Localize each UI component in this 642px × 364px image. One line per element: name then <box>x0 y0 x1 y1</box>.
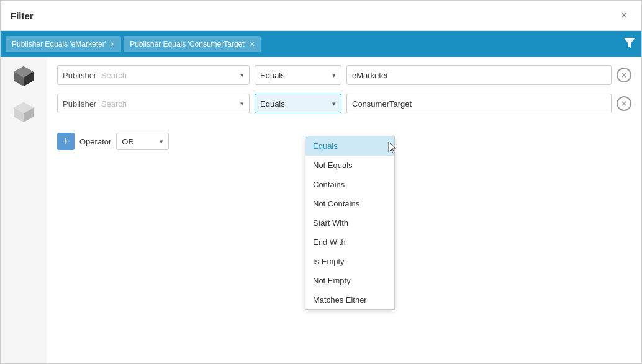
operator-select-0[interactable]: Equals ▾ <box>255 65 341 85</box>
operator-arrow-0: ▾ <box>332 71 336 79</box>
cube-light-svg <box>12 101 35 123</box>
operator-select-1[interactable]: Equals ▾ <box>255 94 341 113</box>
cube-icon-1 <box>11 63 37 89</box>
tab-1[interactable]: Publisher Equals 'ConsumerTarget' × <box>124 36 261 52</box>
filter-area: Publisher Search ▾ Equals ▾ × Publisher <box>47 57 641 363</box>
dropdown-item-0[interactable]: Equals <box>305 136 394 156</box>
dropdown-item-3[interactable]: Not Contains <box>305 194 394 213</box>
dialog-title: Filter <box>11 11 34 21</box>
dropdown-item-2[interactable]: Contains <box>305 175 394 194</box>
dropdown-item-1[interactable]: Not Equals <box>305 156 394 175</box>
publisher-placeholder-1: Search <box>101 99 127 109</box>
tab-0-close[interactable]: × <box>110 40 115 48</box>
tab-0-label: Publisher Equals 'eMarketer' <box>12 40 106 48</box>
operator-value-1: Equals <box>260 99 285 109</box>
publisher-label-1: Publisher <box>63 99 96 109</box>
add-filter-button[interactable]: + <box>57 133 75 150</box>
clear-button-1[interactable]: × <box>617 96 631 111</box>
value-input-0[interactable] <box>346 65 612 85</box>
filter-row-1: Publisher Search ▾ Equals ▾ × <box>57 92 631 115</box>
tab-1-close[interactable]: × <box>250 40 255 48</box>
cube-icon-2 <box>11 99 37 125</box>
operator-dropdown-menu: Equals Not Equals Contains Not Contains … <box>305 136 395 310</box>
dialog-close-button[interactable]: × <box>617 8 631 23</box>
publisher-select-1[interactable]: Publisher Search ▾ <box>57 94 250 113</box>
dropdown-item-7[interactable]: Not Empty <box>305 271 394 290</box>
publisher-label-0: Publisher <box>63 71 96 80</box>
svg-marker-0 <box>624 38 635 48</box>
filter-row-0: Publisher Search ▾ Equals ▾ × <box>57 63 631 87</box>
publisher-placeholder-0: Search <box>101 71 127 80</box>
cube-dark-svg <box>12 65 35 87</box>
publisher-arrow-0: ▾ <box>240 71 244 79</box>
dropdown-item-8[interactable]: Matches Either <box>305 290 394 309</box>
dropdown-item-5[interactable]: End With <box>305 233 394 252</box>
funnel-icon <box>623 36 636 52</box>
funnel-svg <box>623 36 636 50</box>
operator-type-value: OR <box>122 137 134 146</box>
operator-value-0: Equals <box>260 71 285 80</box>
tab-0[interactable]: Publisher Equals 'eMarketer' × <box>6 36 121 52</box>
sidebar <box>1 57 47 363</box>
operator-arrow-1: ▾ <box>332 100 336 108</box>
publisher-arrow-1: ▾ <box>240 100 244 108</box>
publisher-select-0[interactable]: Publisher Search ▾ <box>57 65 250 85</box>
dropdown-item-4[interactable]: Start With <box>305 213 394 233</box>
title-bar: Filter × <box>1 1 641 31</box>
main-content: Publisher Search ▾ Equals ▾ × Publisher <box>1 57 641 363</box>
operator-type-select[interactable]: OR ▾ <box>116 133 169 150</box>
dropdown-item-6[interactable]: Is Empty <box>305 252 394 271</box>
operator-text-label: Operator <box>79 137 111 146</box>
filter-dialog: Filter × Publisher Equals 'eMarketer' × … <box>0 0 642 364</box>
tab-bar: Publisher Equals 'eMarketer' × Publisher… <box>1 31 641 57</box>
clear-button-0[interactable]: × <box>617 68 631 82</box>
value-input-1[interactable] <box>346 94 612 113</box>
tab-1-label: Publisher Equals 'ConsumerTarget' <box>130 40 246 48</box>
operator-type-arrow: ▾ <box>160 138 163 146</box>
